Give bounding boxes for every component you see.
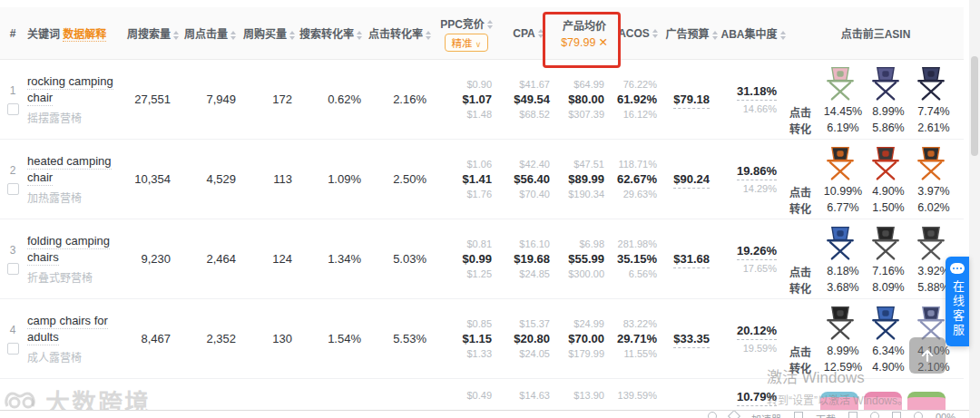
toolbar-accelerator-label[interactable]: 加速器 — [751, 412, 781, 418]
keyword-link[interactable]: camp chairs for adults — [27, 314, 108, 344]
asin-product-image[interactable] — [911, 223, 951, 263]
asin-product-image[interactable] — [820, 63, 860, 103]
asin-conversion-rate: 8.09% — [866, 281, 911, 294]
table-row: 4 camp chairs for adults 成人露营椅 8,467 2,3… — [0, 299, 964, 379]
row-index: 4 — [10, 324, 16, 336]
toolbar-download-label[interactable]: 下载 — [816, 412, 836, 418]
price-filter-close-icon[interactable]: ✕ — [598, 36, 607, 49]
cpa-range: $14.63 — [499, 390, 557, 401]
product-price-range: $13.90 — [557, 390, 612, 401]
toolbar-share-icon[interactable] — [728, 410, 740, 418]
acos-range: 76.22% 61.92% 16.12% — [612, 79, 664, 120]
asin-product-image[interactable] — [866, 223, 906, 263]
cpa-range: $41.67 $49.54 $68.52 — [499, 79, 557, 120]
product-price-range: $24.99 $70.00 $179.99 — [557, 318, 612, 359]
camp-chair-icon — [911, 143, 951, 183]
column-header-ppc: PPC竞价 精准 ∨ — [434, 15, 499, 52]
click-conversion-rate: 2.50% — [368, 172, 434, 186]
toolbar-zoom-icon[interactable] — [914, 412, 923, 418]
toolbar-refresh-icon[interactable] — [870, 412, 879, 418]
asin-product-image[interactable] — [820, 223, 860, 263]
keyword-research-page: { "colors": { "accent_orange": "#f08c1a"… — [0, 0, 980, 418]
toolbar-circle-icon[interactable] — [708, 412, 717, 418]
ad-budget: $31.68 — [664, 252, 719, 266]
product-price-range: $47.51 $89.99 $190.34 — [557, 159, 612, 199]
acos-range: 281.98% 35.15% 6.56% — [612, 238, 664, 279]
asin-product-image[interactable] — [820, 143, 860, 183]
keyword-header-label: 关键词 — [27, 28, 60, 41]
asin-product-image[interactable] — [820, 303, 860, 343]
table-row: 1 rocking camping chair 摇摆露营椅 27,551 7,9… — [0, 60, 964, 140]
sort-icon[interactable] — [426, 31, 431, 40]
keyword-translation: 成人露营椅 — [27, 349, 127, 365]
asin-click-rate: 8.99% — [820, 345, 866, 357]
sort-icon[interactable] — [538, 29, 544, 38]
chat-bubble-icon — [950, 263, 965, 274]
column-header-clicks: 周点击量 — [178, 25, 243, 41]
sort-icon[interactable] — [487, 20, 493, 29]
weekly-search-volume: 9,230 — [127, 252, 178, 266]
top-asin-cell: 点击 14.45% 8.99% 7.74% 转化 6.19% 5.86% 2.6… — [788, 63, 964, 136]
column-header-keyword: 关键词 数据解释 — [25, 25, 127, 41]
weekly-clicks: 2,464 — [178, 252, 243, 266]
weekly-purchases: 124 — [243, 252, 299, 266]
asin-conversion-rate-row: 转化 6.77% 1.50% 6.02% — [789, 200, 964, 216]
camp-chair-icon — [820, 143, 860, 183]
sort-icon[interactable] — [780, 31, 786, 40]
toolbar-grid-icon[interactable] — [848, 412, 858, 418]
data-explanation-link[interactable]: 数据解释 — [63, 28, 106, 42]
table-row: 3 folding camping chairs 折叠式野营椅 9,230 2,… — [0, 219, 964, 299]
asin-conversion-rate-row: 转化 6.19% 5.86% 2.61% — [789, 121, 964, 136]
toolbar-window-icon[interactable] — [892, 412, 901, 418]
row-checkbox[interactable] — [7, 103, 19, 115]
product-price-range: $64.99 $80.00 $307.39 — [557, 79, 612, 120]
camp-chair-icon — [820, 303, 860, 343]
asin-conversion-rate: 12.59% — [820, 361, 866, 374]
asin-conversion-rate: 2.61% — [911, 122, 956, 134]
sort-icon[interactable] — [652, 29, 658, 38]
ppc-bid-range: $1.06 $1.41 $1.76 — [434, 159, 499, 199]
row-checkbox[interactable] — [7, 263, 19, 275]
asin-click-rate: 8.18% — [820, 265, 866, 277]
online-service-button[interactable]: 在线客服 — [946, 257, 969, 346]
column-header-purchases: 周购买量 — [243, 25, 299, 41]
cpa-range: $42.40 $56.40 $70.40 — [499, 159, 557, 199]
product-price-range: $6.98 $55.99 $300.00 — [557, 238, 612, 279]
weekly-search-volume: 8,467 — [127, 332, 178, 345]
sort-icon[interactable] — [357, 31, 362, 40]
asin-product-image[interactable] — [911, 63, 951, 103]
price-filter-chip[interactable]: $79.99✕ — [561, 35, 608, 49]
asin-product-image[interactable] — [866, 143, 906, 183]
camp-chair-icon — [820, 223, 860, 263]
precise-match-filter-button[interactable]: 精准 ∨ — [445, 34, 489, 52]
asin-product-image[interactable] — [866, 63, 906, 103]
keyword-translation: 摇摆露营椅 — [27, 110, 127, 125]
scrollbar[interactable] — [969, 0, 980, 418]
keyword-link[interactable]: rocking camping chair — [27, 74, 113, 104]
asin-click-rate: 7.16% — [866, 265, 911, 277]
camp-chair-icon — [866, 303, 906, 343]
toolbar-download-icon[interactable] — [794, 412, 803, 418]
asin-conversion-rate: 6.19% — [820, 122, 866, 134]
asin-product-image[interactable] — [866, 303, 906, 343]
sort-icon[interactable] — [712, 31, 718, 40]
search-conversion-rate: 1.54% — [299, 332, 368, 345]
top-asin-cell: 点击 8.18% 7.16% 3.92% 转化 3.68% 8.09% 5.88… — [788, 223, 964, 296]
sort-icon[interactable] — [289, 31, 295, 40]
back-to-top-button[interactable] — [909, 337, 946, 374]
table-row: 2 heated camping chair 加热露营椅 10,354 4,52… — [0, 140, 964, 219]
keyword-link[interactable]: heated camping chair — [27, 154, 112, 184]
scrollbar-thumb[interactable] — [971, 56, 978, 156]
weekly-purchases: 113 — [243, 172, 299, 186]
aba-concentration: 31.18% 14.66% — [719, 84, 788, 114]
row-checkbox[interactable] — [7, 343, 19, 355]
weekly-clicks: 7,949 — [178, 92, 243, 106]
asin-product-image[interactable] — [911, 143, 951, 183]
ad-budget: $79.18 — [664, 92, 719, 106]
row-index: 2 — [10, 164, 16, 177]
row-index: 3 — [10, 244, 16, 257]
keyword-link[interactable]: folding camping chairs — [27, 234, 110, 264]
row-checkbox[interactable] — [7, 183, 19, 195]
sort-icon[interactable] — [230, 31, 236, 40]
table-header: # 关键词 数据解释 周搜索量 周点击量 周购买量 搜索转化率 点击转化率 PP… — [0, 7, 964, 60]
